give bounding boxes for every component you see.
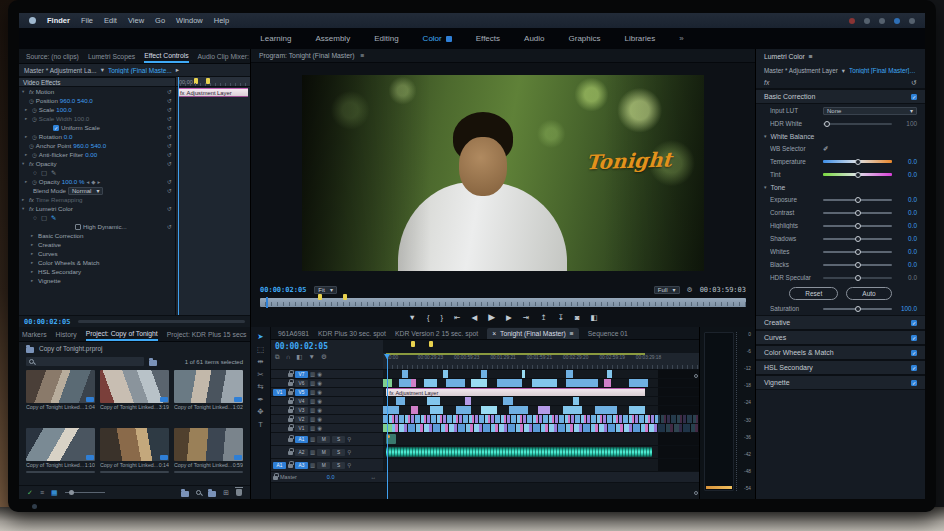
kf-add-icon[interactable]: ◆ bbox=[91, 179, 95, 185]
twirl-icon[interactable]: ▾ bbox=[22, 89, 27, 94]
settings-wrench-icon[interactable]: ⚙ bbox=[687, 286, 693, 294]
chevron-right-icon[interactable]: ▸ bbox=[176, 66, 179, 74]
tab-lumetri-scopes[interactable]: Lumetri Scopes bbox=[88, 51, 135, 62]
project-file-name[interactable]: Copy of Tonight.prproj bbox=[39, 345, 102, 352]
creative-checkbox[interactable]: ✓ bbox=[911, 320, 917, 326]
tab-sequence-kdr-30[interactable]: KDR Plus 30 sec. spot bbox=[318, 328, 386, 339]
ec-vignette[interactable]: Vignette bbox=[38, 277, 61, 284]
scale-value[interactable]: 100.0 bbox=[56, 106, 71, 113]
lock-icon[interactable] bbox=[273, 476, 278, 480]
eye-icon[interactable]: ◉ bbox=[317, 398, 322, 404]
tab-project-copy-of-tonight[interactable]: Project: Copy of Tonight bbox=[86, 328, 158, 341]
lumetri-master-clip[interactable]: Master * Adjustment Layer bbox=[764, 67, 838, 74]
ec-timecode[interactable]: 00:00:02:05 bbox=[24, 318, 70, 326]
workspace-editing[interactable]: Editing bbox=[374, 34, 398, 43]
ellipse-mask-icon[interactable]: ○ bbox=[33, 214, 37, 221]
reset-icon[interactable]: ↺ bbox=[167, 223, 172, 230]
comparison-view-button[interactable]: ◧ bbox=[590, 313, 597, 322]
twirl-icon[interactable]: ▸ bbox=[31, 278, 36, 283]
track-clips[interactable] bbox=[383, 459, 699, 471]
source-patch-audio[interactable]: A1 bbox=[273, 462, 286, 469]
reset-icon[interactable]: ↺ bbox=[167, 88, 172, 95]
sync-lock-icon[interactable]: ▥ bbox=[310, 389, 315, 395]
eye-icon[interactable]: ◉ bbox=[317, 380, 322, 386]
twirl-icon[interactable]: ▾ bbox=[764, 133, 767, 139]
list-item[interactable]: Copy of Tonight Linked...1:02 bbox=[174, 370, 243, 425]
close-icon[interactable]: × bbox=[492, 330, 496, 337]
eye-icon[interactable]: ◉ bbox=[317, 389, 322, 395]
workspace-libraries[interactable]: Libraries bbox=[625, 34, 656, 43]
sequence-marker[interactable] bbox=[429, 341, 433, 347]
audio-meters-panel[interactable]: 0-6-12-18-24-30-36-42-48-54 bbox=[699, 327, 755, 499]
master-level-value[interactable]: 0.0 bbox=[327, 474, 335, 480]
list-view-icon[interactable]: ≡ bbox=[40, 489, 44, 496]
workspace-effects[interactable]: Effects bbox=[476, 34, 500, 43]
track-target-v1[interactable]: V1 bbox=[295, 425, 308, 432]
tint-slider[interactable] bbox=[823, 173, 892, 176]
ec-playhead[interactable] bbox=[178, 77, 179, 315]
reset-icon[interactable]: ↺ bbox=[911, 79, 917, 87]
program-timecode[interactable]: 00:00:02:05 bbox=[260, 286, 306, 294]
twirl-icon[interactable]: ▸ bbox=[25, 116, 30, 121]
track-target-a3[interactable]: A3 bbox=[295, 462, 308, 469]
section-hsl-secondary[interactable]: HSL Secondary✓ bbox=[756, 360, 925, 375]
track-target-a2[interactable]: A2 bbox=[295, 449, 308, 456]
uniform-scale-checkbox[interactable]: ✓ bbox=[53, 125, 59, 131]
lock-icon[interactable] bbox=[288, 400, 293, 404]
new-bin-icon[interactable] bbox=[208, 491, 216, 497]
fx-badge-icon[interactable]: fx bbox=[29, 89, 34, 95]
track-target-v5[interactable]: V5 bbox=[295, 389, 308, 396]
clip-thumbnail[interactable] bbox=[100, 428, 169, 461]
list-item[interactable]: Copy of Tonight Linked...1:04 bbox=[26, 370, 95, 425]
program-playhead[interactable] bbox=[266, 297, 268, 308]
twirl-icon[interactable]: ▸ bbox=[31, 242, 36, 247]
exposure-slider[interactable] bbox=[823, 199, 892, 201]
ec-sequence-clip[interactable]: Tonight (Final Maste... bbox=[108, 67, 172, 74]
stopwatch-icon[interactable]: ◷ bbox=[32, 116, 37, 122]
step-back-button[interactable]: ◀ bbox=[471, 313, 477, 322]
stopwatch-icon[interactable]: ◷ bbox=[29, 143, 34, 149]
rect-mask-icon[interactable]: ▢ bbox=[41, 169, 47, 177]
list-item[interactable]: Copy of Tonight Linked...1:10 bbox=[26, 428, 95, 486]
track-target-v6[interactable]: V6 bbox=[295, 380, 308, 387]
snap-icon[interactable]: ∩ bbox=[286, 353, 291, 361]
mute-button[interactable]: M bbox=[317, 462, 330, 469]
pen-mask-icon[interactable]: ✎ bbox=[51, 214, 56, 222]
fit-icon[interactable]: ↔ bbox=[370, 474, 376, 480]
eye-icon[interactable]: ◉ bbox=[317, 407, 322, 413]
workspace-graphics[interactable]: Graphics bbox=[569, 34, 601, 43]
twirl-icon[interactable]: ▸ bbox=[31, 269, 36, 274]
apple-menu-icon[interactable] bbox=[29, 17, 36, 24]
tab-sequence-01[interactable]: Sequence 01 bbox=[588, 328, 628, 339]
icon-view-icon[interactable]: ▦ bbox=[51, 489, 58, 497]
effect-time-remapping[interactable]: Time Remapping bbox=[36, 196, 83, 203]
section-basic-correction[interactable]: Basic Correction✓ bbox=[756, 89, 925, 104]
stopwatch-icon[interactable]: ◷ bbox=[32, 134, 37, 140]
mic-icon[interactable]: ⚲ bbox=[347, 436, 351, 442]
sync-lock-icon[interactable]: ▥ bbox=[310, 407, 315, 413]
position-x-value[interactable]: 960.0 bbox=[60, 97, 75, 104]
hdr-specular-slider[interactable] bbox=[823, 277, 892, 279]
lock-icon[interactable] bbox=[288, 438, 293, 442]
mic-icon[interactable]: ⚲ bbox=[347, 462, 351, 468]
ec-master-clip[interactable]: Master * Adjustment La... bbox=[24, 67, 97, 74]
vignette-checkbox[interactable]: ✓ bbox=[911, 380, 917, 386]
mark-out-button[interactable]: } bbox=[441, 313, 444, 322]
sync-lock-icon[interactable]: ▥ bbox=[310, 449, 315, 455]
blend-mode-dropdown[interactable]: Normal▾ bbox=[68, 187, 103, 195]
workspace-audio[interactable]: Audio bbox=[524, 34, 544, 43]
slip-tool[interactable]: ⇆ bbox=[257, 382, 263, 391]
reset-icon[interactable]: ↺ bbox=[167, 160, 172, 167]
program-scrubber[interactable] bbox=[260, 298, 746, 307]
go-to-in-button[interactable]: ⇤ bbox=[454, 313, 460, 322]
eye-icon[interactable]: ◉ bbox=[317, 425, 322, 431]
step-forward-button[interactable]: ▶ bbox=[506, 313, 512, 322]
mark-in-button[interactable]: { bbox=[427, 313, 430, 322]
rect-mask-icon[interactable]: ▢ bbox=[41, 214, 47, 222]
solo-button[interactable]: S bbox=[332, 436, 345, 443]
sequence-marker[interactable] bbox=[343, 294, 347, 300]
adjustment-layer-clip[interactable]: fxAdjustment Layer bbox=[386, 388, 645, 396]
lock-icon[interactable] bbox=[288, 373, 293, 377]
lock-icon[interactable] bbox=[288, 418, 293, 422]
track-target-v2[interactable]: V2 bbox=[295, 416, 308, 423]
